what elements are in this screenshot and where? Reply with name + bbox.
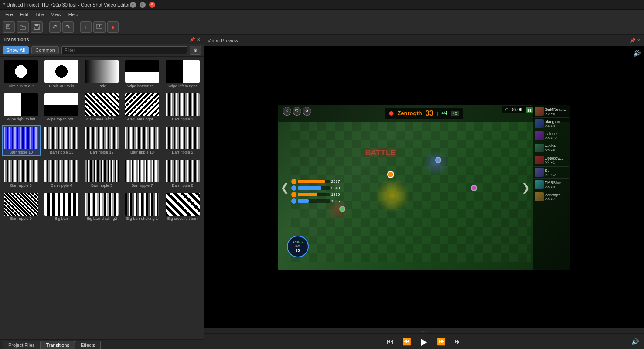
game-preview: ⚔ 🛡 ⚙ 🔴 Zenrogth 33 | 4/4 +5 <box>278 105 570 270</box>
transitions-grid: Circle in to out Circle out to in Fade W… <box>2 58 202 222</box>
tab-project-files[interactable]: Project Files <box>3 341 41 349</box>
prev-frame-button[interactable]: ⏪ <box>400 335 414 347</box>
menu-title[interactable]: Title <box>32 11 48 18</box>
transition-thumb <box>125 93 159 116</box>
transition-thumb <box>4 193 38 216</box>
transition-barr-ripple-1[interactable]: Barr ripple 1 <box>163 92 202 123</box>
transition-label: Barr ripple 2 <box>172 150 193 154</box>
transition-fade[interactable]: Fade <box>82 58 121 90</box>
transition-thumb <box>85 193 119 216</box>
transition-thumb <box>166 93 200 116</box>
transition-barr-ripple-10[interactable]: Barr ripple 10 <box>2 125 41 156</box>
stat-bar-fill-2 <box>298 186 322 190</box>
undo-button[interactable]: ↶ <box>49 21 61 33</box>
transition-4sq-left[interactable]: 4 squares leftt b... <box>82 92 121 123</box>
common-button[interactable]: Common <box>31 46 59 54</box>
video-preview-panel: Video Preview 📌 ✕ ⚔ 🛡 ⚙ <box>204 35 644 349</box>
next-frame-button[interactable]: ⏩ <box>434 335 448 347</box>
transition-barr-ripple-8[interactable]: Barr ripple 8 <box>163 158 202 189</box>
transition-barr-ripple-3[interactable]: Barr ripple 3 <box>2 158 41 189</box>
maximize-button[interactable]: □ <box>140 2 146 8</box>
transition-circle-in-to-out[interactable]: Circle in to out <box>2 58 41 90</box>
menu-help[interactable]: Help <box>65 11 82 18</box>
stat-bar-bg-4 <box>298 199 330 203</box>
menu-edit[interactable]: Edit <box>17 11 32 18</box>
preview-pin-icon[interactable]: 📌 <box>630 38 635 43</box>
record-button[interactable]: ● <box>107 21 119 33</box>
transition-barr-ripple-11[interactable]: Barr ripple 11 <box>42 125 81 156</box>
transition-wipe-bottom[interactable]: Wipe bottom to... <box>123 58 162 90</box>
stat-bar-bg-3 <box>298 193 330 196</box>
panel-close-icon[interactable]: ✕ <box>197 37 200 42</box>
transitions-settings-icon[interactable]: ⚙ <box>190 46 201 55</box>
transition-label: Big barr shaking2 <box>86 216 117 221</box>
stat-icon-3 <box>291 192 296 197</box>
transition-wipe-right-left[interactable]: Wipe right to left <box>2 92 41 123</box>
skip-to-end-button[interactable]: ⏭ <box>452 336 464 347</box>
transition-barr-ripple-13[interactable]: Barr ripple 13 <box>123 125 162 156</box>
player-info-6: Se ✕4 ●14 <box>545 168 569 177</box>
transition-thumb <box>85 93 119 116</box>
stat-bar-fill-4 <box>298 199 309 203</box>
save-project-button[interactable] <box>31 21 43 33</box>
hero-name-label: 🔴 <box>389 111 394 116</box>
transition-barr-ripple-12[interactable]: Barr ripple 12 <box>82 125 121 156</box>
skip-to-start-button[interactable]: ⏮ <box>384 336 396 347</box>
transition-barr-ripple-7[interactable]: Barr ripple 7 <box>123 158 162 189</box>
player-name-6: Se <box>545 168 569 173</box>
transition-label: Big barr shaking 1 <box>126 216 158 221</box>
new-project-button[interactable] <box>3 21 15 33</box>
transitions-controls: Show All Common ⚙ <box>0 44 204 57</box>
preview-vol-icon[interactable]: 🔊 <box>631 338 639 345</box>
transition-4sq-right[interactable]: 4 squares right ... <box>123 92 162 123</box>
preview-close-icon[interactable]: ✕ <box>637 38 641 43</box>
redo-button[interactable]: ↷ <box>62 21 74 33</box>
transition-thumb <box>85 60 119 83</box>
transition-big-barr-shaking1[interactable]: Big barr shaking 1 <box>123 191 162 222</box>
transition-thumb <box>44 127 78 149</box>
transition-barr-ripple-2[interactable]: Barr ripple 2 <box>163 125 202 156</box>
menu-view[interactable]: View <box>48 11 65 18</box>
transition-label: Barr ripple 11 <box>50 150 73 154</box>
volume-icon[interactable]: 🔊 <box>633 50 641 57</box>
tab-transitions[interactable]: Transitions <box>41 341 75 349</box>
svg-rect-4 <box>35 24 38 26</box>
player-kda-3: ✕5 ●12 <box>545 136 569 140</box>
transition-circle-out-to-in[interactable]: Circle out to in <box>42 58 81 90</box>
stat-bar-bg-2 <box>298 186 330 190</box>
transition-label: Barr ripple 7 <box>132 183 153 188</box>
stat-icon-1 <box>291 179 296 184</box>
player-name-2: plangton <box>545 120 569 124</box>
menu-file[interactable]: File <box>2 11 17 18</box>
transition-wipe-top-bot[interactable]: Wipe top to bot... <box>42 92 81 123</box>
transition-wipe-left-right[interactable]: Wipe left to right <box>163 58 202 90</box>
stat-bar-bg-1 <box>298 180 330 183</box>
player-kda-4: ✕5 ●8 <box>545 148 569 152</box>
minimize-button[interactable]: − <box>130 2 136 8</box>
show-all-button[interactable]: Show All <box>3 46 29 54</box>
import-button[interactable]: + <box>80 21 92 33</box>
stat-row-3: 1869 <box>291 192 344 197</box>
transitions-grid-container[interactable]: Circle in to out Circle out to in Fade W… <box>0 57 204 339</box>
transitions-filter-input[interactable] <box>61 46 187 54</box>
play-button[interactable]: ▶ <box>417 335 431 349</box>
transition-big-cross-left-barr[interactable]: Big cross left barr <box>163 191 202 222</box>
transition-big-barr[interactable]: Big barr <box>42 191 81 222</box>
transition-label: 4 squares right ... <box>127 117 157 121</box>
tab-effects[interactable]: Effects <box>75 341 101 349</box>
transition-thumb <box>85 127 119 149</box>
transition-label: Barr ripple 3 <box>10 183 32 188</box>
transition-label: Barr ripple 9 <box>10 216 32 221</box>
preview-arrow-right[interactable]: ❯ <box>521 181 530 194</box>
transition-barr-ripple-4[interactable]: Barr ripple 4 <box>42 158 81 189</box>
panel-pin-icon[interactable]: 📌 <box>190 37 195 42</box>
preview-arrow-left[interactable]: ❮ <box>280 181 289 194</box>
open-project-button[interactable] <box>17 21 29 33</box>
player-avatar-8 <box>535 192 544 201</box>
export-button[interactable] <box>93 21 106 33</box>
hero-sprite-4 <box>471 185 477 191</box>
close-button[interactable]: ✕ <box>149 2 155 8</box>
transition-big-barr-shaking2[interactable]: Big barr shaking2 <box>82 191 121 222</box>
transition-barr-ripple-5[interactable]: Barr ripple 5 <box>82 158 121 189</box>
transition-barr-ripple-9[interactable]: Barr ripple 9 <box>2 191 41 222</box>
